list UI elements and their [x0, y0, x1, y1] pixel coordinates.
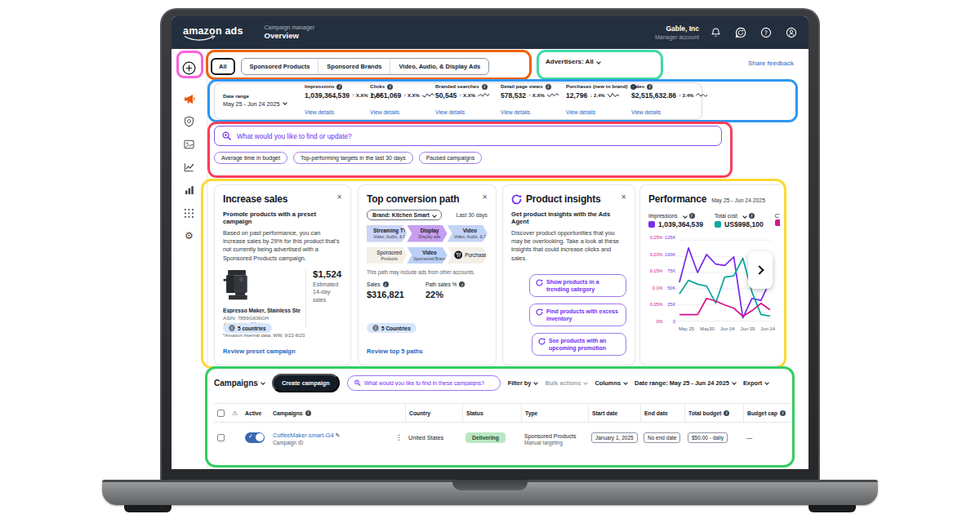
active-toggle[interactable]: ✓	[245, 432, 265, 443]
review-preset-campaign-link[interactable]: Review preset campaign	[223, 348, 296, 355]
row-checkbox[interactable]	[217, 434, 225, 441]
creative-image-icon[interactable]	[180, 135, 198, 153]
metrics-summary-bar: Date range May 25 - Jun 24 2025 Impressi…	[214, 82, 702, 120]
filter-by-dropdown[interactable]: Filter by	[508, 379, 538, 387]
info-icon[interactable]: i	[724, 410, 729, 416]
review-top-paths-link[interactable]: Review top 5 paths	[367, 348, 423, 355]
legend-ctr[interactable]: CTR	[775, 212, 780, 229]
legend-swatch	[648, 221, 655, 228]
view-details-link[interactable]: View details	[305, 109, 334, 115]
notifications-bell-icon[interactable]	[710, 27, 721, 38]
cart-icon	[454, 250, 463, 259]
date-range-selector[interactable]: Date range May 25 - Jun 24 2025	[223, 93, 301, 109]
tab-all[interactable]: All	[211, 58, 235, 75]
chip-average-time-in-budget[interactable]: Average time in budget	[214, 152, 287, 164]
chevron-right-icon	[755, 265, 764, 274]
info-icon[interactable]: i	[383, 281, 389, 287]
info-icon[interactable]: i	[647, 84, 653, 90]
help-icon[interactable]: ?	[760, 27, 772, 38]
tab-video-audio-display[interactable]: Video, Audio, & Display Ads	[390, 59, 488, 74]
legend-total-cost[interactable]: Total costi US$998,100	[715, 212, 764, 229]
view-details-link[interactable]: View details	[566, 109, 595, 115]
view-details-link[interactable]: View details	[631, 109, 661, 115]
col-status: Status	[462, 404, 521, 422]
create-campaign-button[interactable]: Create campaign	[272, 374, 340, 392]
tab-sponsored-products[interactable]: Sponsored Products	[242, 59, 318, 74]
table-date-range-dropdown[interactable]: Date range: May 25 - Jun 24 2025	[635, 379, 736, 387]
ai-search-input[interactable]	[237, 132, 715, 140]
estimated-sales-value: $1,524	[313, 269, 342, 279]
close-icon[interactable]: ✕	[621, 193, 626, 201]
info-icon[interactable]: i	[482, 84, 488, 90]
col-active: Active	[242, 410, 270, 416]
brand-filter-dropdown[interactable]: Brand: Kitchen Smart	[367, 210, 442, 220]
chevron-down-icon	[764, 380, 769, 385]
chevron-down-icon	[534, 380, 539, 385]
card-subtitle: Get product insights with the Ads Agent	[511, 210, 626, 225]
info-icon[interactable]: i	[780, 410, 786, 416]
budget-cap-cell: —	[743, 434, 791, 441]
account-switcher[interactable]: Gable, Inc Manager account	[655, 24, 699, 41]
campaign-name-link[interactable]: CoffeeMaker-smart-G4	[273, 432, 333, 439]
edit-pencil-icon[interactable]: ✎	[335, 432, 340, 439]
product-summary: Espresso Maker, Stainless Steele, jet bl…	[223, 269, 342, 328]
close-icon[interactable]: ✕	[482, 193, 488, 201]
new-campaign-plus-icon[interactable]	[180, 59, 198, 77]
top-nav: amazon ads Campaign manager Overview Gab…	[172, 16, 808, 49]
chevron-down-icon	[283, 100, 287, 105]
carousel-next-button[interactable]	[748, 251, 773, 289]
campaigns-table: ⚠ Active Campaignsi Country Status Type …	[214, 403, 791, 452]
campaigns-megaphone-icon[interactable]	[180, 90, 198, 108]
analytics-line-chart-icon[interactable]	[180, 158, 198, 176]
ai-search-icon	[221, 131, 232, 141]
view-details-link[interactable]: View details	[435, 109, 465, 115]
amazon-ads-logo[interactable]: amazon ads	[183, 25, 243, 40]
end-date-field[interactable]: No end date	[644, 432, 680, 443]
brand-shield-icon[interactable]	[180, 113, 198, 131]
campaigns-search[interactable]	[347, 375, 501, 391]
select-all-checkbox[interactable]	[217, 410, 225, 417]
bulk-actions-dropdown[interactable]: Bulk actions	[545, 379, 587, 387]
page-title: Overview	[265, 31, 314, 41]
export-dropdown[interactable]: Export	[743, 379, 768, 387]
start-date-field[interactable]: January 1, 2025	[591, 432, 638, 443]
upcoming-promotion-button[interactable]: See products with an upcoming promotion	[532, 333, 626, 356]
close-icon[interactable]: ✕	[336, 193, 342, 201]
tab-sponsored-brands[interactable]: Sponsored Brands	[318, 59, 390, 74]
path-disclaimer: This path may include ads from other acc…	[367, 269, 488, 275]
info-icon[interactable]: i	[305, 410, 311, 416]
find-excess-inventory-button[interactable]: Find products with excess inventory	[529, 304, 626, 326]
ads-agent-swirl-icon	[536, 308, 543, 316]
ad-type-tab-group: Sponsored Products Sponsored Brands Vide…	[241, 58, 490, 75]
kebab-menu-icon[interactable]: ⋮	[395, 433, 403, 441]
info-icon[interactable]: i	[336, 84, 342, 90]
chip-top-performing-targets[interactable]: Top-performing targets in the last 30 da…	[293, 152, 413, 164]
reports-bar-chart-icon[interactable]	[180, 181, 198, 199]
columns-dropdown[interactable]: Columns	[595, 379, 627, 387]
ai-search-bar[interactable]	[214, 126, 722, 146]
apps-grid-icon[interactable]	[180, 204, 198, 222]
view-details-link[interactable]: View details	[501, 109, 530, 115]
campaigns-section: Campaigns Create campaign Filter by Bulk…	[214, 372, 791, 452]
info-icon[interactable]: i	[387, 84, 393, 90]
campaigns-search-input[interactable]	[364, 380, 494, 386]
col-budget-cap: Budget capi	[743, 404, 791, 422]
account-profile-icon[interactable]	[786, 27, 797, 38]
campaigns-title-dropdown[interactable]: Campaigns	[214, 379, 265, 388]
info-icon: i	[689, 213, 695, 219]
legend-impressions[interactable]: Impressionsi 1,039,364,539	[648, 212, 703, 229]
share-feedback-link[interactable]: Share feedback	[748, 60, 794, 67]
total-budget-field[interactable]: $50.00 - daily	[688, 432, 728, 443]
advertisers-dropdown[interactable]: Advertisers: All	[546, 58, 600, 65]
info-icon[interactable]: i	[459, 281, 465, 287]
view-details-link[interactable]: View details	[370, 109, 399, 115]
ads-agent-chat-icon[interactable]	[735, 27, 746, 38]
chip-paused-campaigns[interactable]: Paused campaigns	[419, 152, 483, 164]
sparkline	[608, 91, 619, 99]
settings-gear-icon[interactable]: ⚙	[180, 227, 198, 245]
info-icon[interactable]: i	[546, 84, 551, 90]
show-trending-category-button[interactable]: Show products in a trending category	[529, 274, 626, 297]
status-badge: Delivering	[466, 432, 506, 443]
card-title: Top conversion path	[367, 193, 459, 205]
left-nav-rail: ⚙	[172, 49, 207, 469]
